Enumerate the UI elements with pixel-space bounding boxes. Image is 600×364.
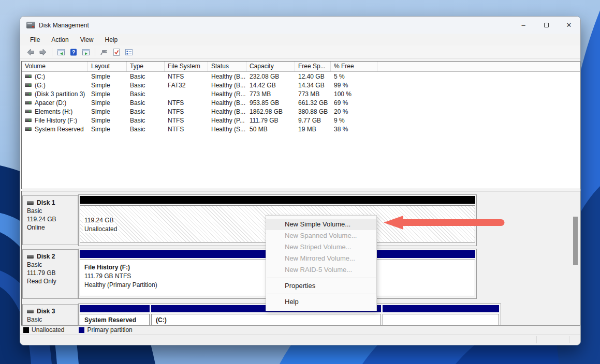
- volume-icon: [25, 127, 32, 131]
- svg-text:?: ?: [72, 49, 76, 55]
- back-arrow-icon[interactable]: [25, 48, 36, 57]
- menu-view[interactable]: View: [75, 35, 99, 45]
- table-row[interactable]: File History (F:) Simple Basic NTFS Heal…: [22, 116, 580, 125]
- minimize-button[interactable]: –: [512, 17, 535, 34]
- header-free-space[interactable]: Free Sp...: [295, 62, 331, 71]
- header-file-system[interactable]: File System: [165, 62, 208, 71]
- header-type[interactable]: Type: [127, 62, 165, 71]
- volume-name: Elements (H:): [35, 108, 72, 115]
- disk1-label-panel[interactable]: Disk 1 Basic 119.24 GB Online: [22, 195, 78, 245]
- show-console-tree-icon[interactable]: [56, 48, 66, 57]
- vertical-scrollbar-thumb[interactable]: [573, 217, 578, 265]
- volume-free-space: 9.77 GB: [295, 117, 331, 124]
- menu-item-help[interactable]: Help: [266, 296, 376, 308]
- volume-layout: Simple: [88, 108, 127, 115]
- maximize-icon: [544, 23, 549, 27]
- statusbar-separator: [569, 336, 569, 343]
- table-row[interactable]: System Reserved Simple Basic NTFS Health…: [22, 125, 580, 133]
- disk1-status: Online: [27, 223, 78, 232]
- primary-partition-swatch: [79, 327, 84, 333]
- menu-action[interactable]: Action: [46, 35, 74, 45]
- header-capacity[interactable]: Capacity: [246, 62, 295, 71]
- volume-type: Basic: [127, 90, 165, 98]
- volume-icon: [25, 92, 32, 96]
- disk3-partition-system-reserved[interactable]: System Reserved: [80, 305, 150, 324]
- close-button[interactable]: ✕: [558, 17, 580, 34]
- volume-pct-free: 69 %: [331, 99, 377, 107]
- disk1-type: Basic: [27, 207, 78, 215]
- volume-layout: Simple: [88, 90, 127, 98]
- menu-item-new-mirrored-volume[interactable]: New Mirrored Volume...: [266, 253, 376, 264]
- volume-free-space: 773 MB: [295, 90, 331, 98]
- volume-status: Healthy (P...: [208, 117, 246, 124]
- volume-pct-free: 38 %: [331, 126, 377, 133]
- volume-free-space: 12.40 GB: [295, 73, 331, 80]
- forward-arrow-icon[interactable]: [38, 48, 48, 57]
- context-menu: New Simple Volume... New Spanned Volume.…: [266, 215, 377, 311]
- volume-capacity: 232.08 GB: [246, 73, 295, 80]
- maximize-button[interactable]: [535, 17, 558, 34]
- volume-file-system: FAT32: [165, 82, 208, 89]
- disk1-name: Disk 1: [37, 199, 55, 207]
- volume-name: System Reserved: [35, 126, 84, 133]
- volume-list-header: Volume Layout Type File System Status Ca…: [22, 62, 580, 72]
- table-row[interactable]: (G:) Simple Basic FAT32 Healthy (B... 14…: [22, 81, 580, 89]
- menu-help[interactable]: Help: [99, 35, 124, 45]
- volume-icon: [25, 83, 32, 87]
- volume-file-system: NTFS: [165, 73, 208, 80]
- volume-name: File History (F:): [35, 117, 77, 124]
- annotation-arrow-icon: [383, 215, 507, 231]
- volume-pct-free: 99 %: [331, 82, 377, 89]
- disk3-partition-3[interactable]: [383, 305, 499, 324]
- volume-free-space: 19 MB: [295, 126, 331, 133]
- disk1-size-label: 119.24 GB: [83, 217, 114, 224]
- menu-item-properties[interactable]: Properties: [266, 280, 376, 292]
- titlebar: Disk Management – ✕: [20, 17, 580, 34]
- header-volume[interactable]: Volume: [22, 62, 88, 71]
- unallocated-legend-label: Unallocated: [32, 326, 64, 333]
- table-row[interactable]: Elements (H:) Simple Basic NTFS Healthy …: [22, 107, 580, 116]
- menu-item-new-striped-volume[interactable]: New Striped Volume...: [266, 241, 376, 253]
- disk3-label-panel[interactable]: Disk 3 Basic: [22, 304, 78, 325]
- volume-capacity: 1862.98 GB: [246, 108, 295, 115]
- volume-status: Healthy (R...: [208, 90, 246, 98]
- help-icon[interactable]: ?: [68, 48, 79, 57]
- volume-type: Basic: [127, 82, 165, 89]
- menu-item-new-spanned-volume[interactable]: New Spanned Volume...: [266, 230, 376, 241]
- header-status[interactable]: Status: [208, 62, 246, 71]
- disk1-unallocated-label: Unallocated: [83, 225, 118, 233]
- volume-file-system: NTFS: [165, 126, 208, 133]
- show-action-pane-icon[interactable]: [81, 48, 91, 57]
- table-row[interactable]: Apacer (D:) Simple Basic NTFS Healthy (B…: [22, 98, 580, 107]
- volume-status: Healthy (S...: [208, 126, 246, 133]
- volume-name: (G:): [35, 82, 46, 89]
- menu-item-new-simple-volume[interactable]: New Simple Volume...: [266, 219, 376, 230]
- toolbar-separator: [52, 48, 52, 56]
- disk2-label-panel[interactable]: Disk 2 Basic 111.79 GB Read Only: [22, 249, 78, 299]
- volume-capacity: 50 MB: [246, 126, 295, 133]
- table-row[interactable]: (Disk 3 partition 3) Simple Basic Health…: [22, 89, 580, 98]
- properties-list-icon[interactable]: [124, 48, 134, 57]
- primary-partition-legend-label: Primary partition: [87, 326, 132, 333]
- header-layout[interactable]: Layout: [88, 62, 127, 71]
- volume-file-system: NTFS: [165, 99, 208, 107]
- table-row[interactable]: (C:) Simple Basic NTFS Healthy (B... 232…: [22, 72, 580, 81]
- status-bar: [20, 334, 580, 345]
- menu-separator: [267, 294, 376, 294]
- device-status-icon[interactable]: [99, 48, 109, 57]
- volume-file-system: NTFS: [165, 117, 208, 124]
- disk2-type: Basic: [27, 261, 78, 269]
- header-pct-free[interactable]: % Free: [331, 62, 377, 71]
- volume-list-pane: Volume Layout Type File System Status Ca…: [21, 61, 580, 189]
- volume-icon: [25, 101, 32, 104]
- volume-layout: Simple: [88, 117, 127, 124]
- menu-item-new-raid5-volume[interactable]: New RAID-5 Volume...: [266, 264, 376, 276]
- volume-pct-free: 5 %: [331, 73, 377, 80]
- disk1-size: 119.24 GB: [27, 215, 78, 223]
- menu-file[interactable]: File: [24, 35, 46, 45]
- commit-check-icon[interactable]: [111, 48, 122, 57]
- volume-name: Apacer (D:): [35, 99, 66, 107]
- volume-type: Basic: [127, 108, 165, 115]
- toolbar: ?: [20, 46, 580, 59]
- disk-management-icon: [26, 22, 35, 28]
